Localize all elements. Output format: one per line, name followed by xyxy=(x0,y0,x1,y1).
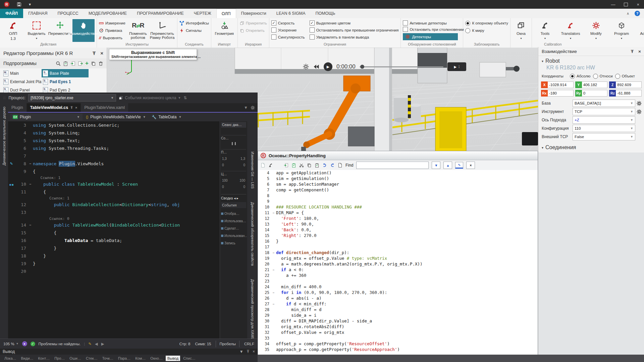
paste-icon[interactable] xyxy=(63,61,68,66)
limit-checkbox[interactable]: ✓Выделение цветом xyxy=(310,20,399,26)
lock-radio[interactable]: К миру xyxy=(465,27,508,34)
diagnostics-item[interactable]: 1,31,3 xyxy=(221,157,246,161)
diagnostics-item[interactable]: 00 xyxy=(221,163,246,167)
collision-checkbox[interactable]: ✓Активные детекторы xyxy=(403,20,464,26)
right-tool-tab[interactable]: Изменения Git — L6S xyxy=(251,152,255,189)
coordinate-field[interactable]: X -1028.914 xyxy=(541,81,574,88)
coordinate-field[interactable]: Rz -61.888 xyxy=(609,90,642,97)
select-button[interactable]: Выделить▾ xyxy=(25,19,48,41)
quick-access-dropdown-icon[interactable]: ▾ xyxy=(29,2,31,7)
tab-plugintableview[interactable]: PluginTableView.xaml xyxy=(81,103,128,112)
play-button[interactable]: ▶ xyxy=(324,62,332,71)
updown-icon[interactable]: ⇅ xyxy=(183,96,187,100)
nav-type-dropdown[interactable]: {} Plugin.ViewModels.TableVie▼ xyxy=(83,114,149,120)
field-dropdown[interactable]: TCP ▼ xyxy=(573,108,635,115)
collision-checkbox[interactable]: ✓Остановить при столкновении xyxy=(403,26,464,33)
diagnostics-item[interactable]: Со… xyxy=(221,135,246,140)
bottom-tool-tab[interactable]: Конт… xyxy=(37,356,52,361)
close-icon[interactable]: × xyxy=(100,50,103,56)
bottom-tool-tab[interactable]: Про… xyxy=(53,356,66,361)
find-input[interactable] xyxy=(356,162,429,169)
maximize-button[interactable] xyxy=(624,3,628,6)
field-dropdown[interactable]: 110 ▼ xyxy=(573,125,635,132)
bottom-tool-tab[interactable]: Пара… xyxy=(116,356,132,361)
ribbon-collapse-icon[interactable]: ∧ xyxy=(627,11,629,16)
measure-button[interactable]: Измерение xyxy=(99,20,127,26)
field-dropdown[interactable]: BASE_DATA[1] ▼ xyxy=(573,100,635,107)
search-icon[interactable] xyxy=(56,61,61,66)
trace-icon[interactable] xyxy=(261,163,265,168)
paste-icon[interactable] xyxy=(315,163,319,168)
attach-button[interactable]: Прикрепить xyxy=(240,20,267,26)
coordinate-field[interactable]: Rx -180 xyxy=(541,90,574,97)
diagnostics-item[interactable]: Сеанс диа… xyxy=(221,122,246,128)
tab-pin-icon[interactable]: Ŧ xyxy=(70,106,73,110)
new-doc-icon[interactable] xyxy=(338,163,342,168)
interfaces-button[interactable]: Интерфейсы xyxy=(179,20,209,26)
coordinate-field[interactable]: Ry 0 xyxy=(575,90,608,97)
coordinate-value[interactable]: -180 xyxy=(548,90,574,97)
ribbon-tab[interactable]: ГЛАВНАЯ xyxy=(23,9,52,18)
ribbon-tab[interactable]: ЧЕРТЕЖ xyxy=(189,9,216,18)
diagnostics-item[interactable]: Отобра… xyxy=(221,212,246,216)
tab-tableviewmodel[interactable]: TableViewModel.cs Ŧ × xyxy=(27,103,81,112)
tab-file[interactable]: ФАЙЛ xyxy=(0,9,23,18)
coordinate-mode-radio[interactable]: Относи xyxy=(593,73,613,79)
windows-button[interactable]: Окна▾ xyxy=(513,19,530,41)
python-code-editor[interactable]: 4app = getApplication()5sim = getSimulat… xyxy=(258,170,538,355)
detectors-button[interactable]: Детекторы xyxy=(403,33,458,40)
ribbon-tab[interactable]: LEAN 6 SIGMA xyxy=(271,9,311,18)
eol-indicator[interactable]: CRLF xyxy=(244,342,254,346)
align-button[interactable]: //Выровнять xyxy=(99,35,127,41)
coordinate-value[interactable]: 406.182 xyxy=(582,81,608,88)
find-prev-button[interactable]: ▲ xyxy=(443,162,452,169)
limit-checkbox[interactable]: ✓Уведомлять в панели вывода xyxy=(310,34,399,40)
diagnostics-item[interactable]: Ц… xyxy=(221,171,246,176)
tab-settings-icon[interactable] xyxy=(251,106,255,110)
clear-find-button[interactable]: × xyxy=(466,162,475,169)
find-next-button[interactable]: ▼ xyxy=(432,162,440,169)
coordinate-value[interactable]: -61.888 xyxy=(616,90,642,97)
help-icon[interactable]: ? xyxy=(635,11,640,16)
tab-list-icon[interactable]: ▼ xyxy=(244,105,248,110)
interact-button[interactable]: Взаимодействие xyxy=(72,19,95,42)
tab-close-icon[interactable]: × xyxy=(75,106,77,110)
ribbon-tab[interactable]: ПОМОЩЬ xyxy=(311,9,340,18)
cut-icon[interactable] xyxy=(299,163,304,168)
prev-icon[interactable]: ◀ xyxy=(95,342,98,346)
limit-checkbox[interactable]: ✓Сингулярность xyxy=(271,34,308,40)
diagnostics-item[interactable]: П… xyxy=(221,149,246,154)
detach-button[interactable]: Открепить xyxy=(240,27,267,34)
tab-plugin[interactable]: Plugin xyxy=(8,103,26,112)
ribbon-tab[interactable]: Поверхности xyxy=(236,9,271,18)
bottom-tool-tab[interactable]: Вывод xyxy=(166,356,180,361)
addons-button[interactable]: ✕ AddOns▾ xyxy=(636,19,644,41)
program-button[interactable]: Program▾ xyxy=(610,19,633,41)
ribbon-tab[interactable]: ОЛП xyxy=(216,9,236,18)
feedback-icon[interactable]: ● xyxy=(22,341,27,346)
problems-status[interactable]: Проблемы не найдены. xyxy=(39,342,81,346)
output-close-icon[interactable]: × xyxy=(253,349,255,354)
next-icon[interactable]: ▶ xyxy=(101,342,104,346)
horizontal-scrollbar[interactable] xyxy=(258,355,644,362)
diagnostics-item[interactable]: Запись xyxy=(221,241,246,245)
export-icon[interactable] xyxy=(78,61,83,66)
code-cleanup-icon[interactable]: ✎ xyxy=(88,342,92,346)
panel-pin-icon[interactable]: Ŧ xyxy=(631,49,634,54)
right-tool-tab[interactable]: Динамический обозреватель свойств xyxy=(251,202,255,266)
output-pin-icon[interactable]: Ŧ xyxy=(247,349,249,354)
diagnostics-item[interactable]: 100100 xyxy=(221,179,246,182)
close-button[interactable]: × xyxy=(637,2,639,7)
highlight-button[interactable]: ✎ xyxy=(455,162,463,169)
bottom-tool-tab[interactable]: Види… xyxy=(19,356,35,361)
field-dropdown[interactable]: +Z ▼ xyxy=(573,116,635,124)
limit-checkbox[interactable]: ✓Ускорение xyxy=(271,27,308,33)
subprogram-item[interactable]: S Base Plate xyxy=(42,69,89,77)
move-button[interactable]: Переместить xyxy=(49,19,71,36)
limit-checkbox[interactable]: ✓Скорость xyxy=(271,20,308,26)
nav-member-dropdown[interactable]: 🔧 TableData▼ xyxy=(149,114,184,120)
redo-icon[interactable] xyxy=(330,163,335,168)
diagnostics-item[interactable]: Сводка ◂ ▸ xyxy=(221,194,246,200)
field-settings-icon[interactable] xyxy=(637,109,642,114)
bottom-tool-tab[interactable]: Оши… xyxy=(68,356,83,361)
